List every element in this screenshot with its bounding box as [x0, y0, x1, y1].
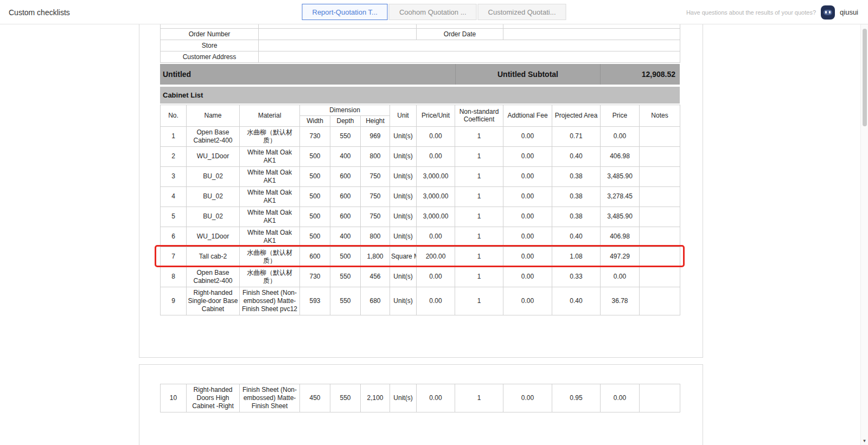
cabinet-cell: Unit(s) [390, 207, 417, 227]
cabinet-cell: 0.00 [503, 166, 552, 186]
cabinet-cell [640, 166, 680, 186]
cabinet-cell: 0.00 [503, 186, 552, 207]
cabinet-table-header: No. Name Material Dimension Unit Price/U… [161, 105, 680, 126]
quotation-page-1: Order Number Order Date Store Customer A… [139, 24, 703, 358]
cabinet-cell: BU_02 [187, 207, 240, 227]
section-subtotal-label: Untitled Subtotal [455, 64, 600, 85]
cabinet-cell: 500 [300, 207, 330, 227]
vertical-scrollbar[interactable]: ▼ [860, 24, 868, 445]
cabinet-cell: 0.00 [601, 267, 640, 287]
cabinet-cell: 0.00 [503, 207, 552, 227]
cabinet-cell: Unit(s) [390, 227, 417, 247]
cabinet-cell: 400 [330, 146, 361, 166]
cabinet-cell: 750 [361, 207, 390, 227]
cabinet-cell: Unit(s) [390, 166, 417, 186]
cabinet-cell [640, 384, 680, 412]
scrollbar-thumb[interactable] [863, 29, 867, 126]
cabinet-cell [640, 126, 680, 146]
cabinet-cell: 0.33 [552, 267, 601, 287]
cabinet-cell: 1 [455, 207, 503, 227]
cabinet-cell [640, 186, 680, 207]
cabinet-table-body: 1Open Base Cabinet2-400水曲柳（默认材质）73055096… [161, 126, 680, 315]
cabinet-cell: BU_02 [187, 186, 240, 207]
cabinet-cell: 450 [300, 384, 330, 412]
cabinet-cell [640, 267, 680, 287]
cabinet-row: 10Right-handed Doors High Cabinet -Right… [161, 384, 680, 412]
cabinet-cell: 456 [361, 267, 390, 287]
cabinet-cell: 0.00 [417, 227, 455, 247]
cabinet-cell: Unit(s) [390, 146, 417, 166]
cabinet-cell [640, 287, 680, 315]
cabinet-cell: 969 [361, 126, 390, 146]
robot-eye [829, 11, 831, 14]
cabinet-table-continued: 10Right-handed Doors High Cabinet -Right… [160, 384, 680, 412]
clipped-cell [161, 24, 259, 28]
cabinet-cell: Unit(s) [390, 384, 417, 412]
cabinet-cell: Unit(s) [390, 126, 417, 146]
cabinet-cell: 7 [161, 247, 187, 267]
customer-address-label: Customer Address [161, 51, 259, 62]
cabinet-cell: 0.38 [552, 207, 601, 227]
cabinet-cell: Unit(s) [390, 287, 417, 315]
cabinet-cell: 6 [161, 227, 187, 247]
header-additional-fee: Addtional Fee [503, 105, 552, 126]
cabinet-cell: 500 [330, 247, 361, 267]
tab-customized-quotation[interactable]: Customized Quotati... [478, 4, 566, 20]
cabinet-cell: 550 [330, 287, 361, 315]
page-title: Custom checklists [9, 0, 70, 24]
cabinet-row: 3BU_02White Malt Oak AK1500600750Unit(s)… [161, 166, 680, 186]
cabinet-cell: 0.38 [552, 166, 601, 186]
cabinet-table: No. Name Material Dimension Unit Price/U… [160, 105, 680, 315]
cabinet-cell [640, 207, 680, 227]
cabinet-cell: 406.98 [601, 227, 640, 247]
cabinet-row: 8Open Base Cabinet2-400水曲柳（默认材质）73055045… [161, 267, 680, 287]
header-material: Material [240, 105, 300, 126]
cabinet-cell: 800 [361, 146, 390, 166]
cabinet-cell: 200.00 [417, 247, 455, 267]
cabinet-cell: 730 [300, 267, 330, 287]
cabinet-cell: 750 [361, 166, 390, 186]
quotation-page-2: 10Right-handed Doors High Cabinet -Right… [139, 364, 703, 445]
header-unit: Unit [390, 105, 417, 126]
store-row: Store [161, 40, 680, 51]
cabinet-row: 6WU_1DoorWhite Malt Oak AK1500400800Unit… [161, 227, 680, 247]
username: qiusui [840, 8, 858, 16]
cabinet-cell: 593 [300, 287, 330, 315]
cabinet-cell: 1 [455, 287, 503, 315]
tab-report-quotation[interactable]: Report-Quotation T... [302, 4, 387, 20]
untitled-section-bar: Untitled Untitled Subtotal 12,908.52 [160, 64, 680, 85]
cabinet-cell: 3,278.45 [601, 186, 640, 207]
top-bar: Custom checklists Report-Quotation T... … [0, 0, 868, 24]
cabinet-cell: 0.00 [503, 384, 552, 412]
cabinet-cell: 0.00 [503, 146, 552, 166]
cabinet-cell: 1 [455, 267, 503, 287]
order-number-row: Order Number Order Date [161, 28, 680, 40]
header-coefficient: Non-standard Coefficient [455, 105, 503, 126]
cabinet-cell: White Malt Oak AK1 [240, 166, 300, 186]
cabinet-cell: 680 [361, 287, 390, 315]
assistant-robot-icon[interactable] [821, 5, 835, 20]
cabinet-row: 4BU_02White Malt Oak AK1500600750Unit(s)… [161, 186, 680, 207]
cabinet-cell: 1 [455, 247, 503, 267]
cabinet-cell: WU_1Door [187, 227, 240, 247]
cabinet-cell: 500 [300, 146, 330, 166]
cabinet-cell: 600 [330, 186, 361, 207]
cabinet-cell: 0.00 [503, 267, 552, 287]
scrollbar-down-arrow-icon[interactable]: ▼ [861, 438, 868, 443]
document-viewport: Order Number Order Date Store Customer A… [0, 24, 868, 445]
cabinet-cell: 1 [161, 126, 187, 146]
cabinet-cell: 1 [455, 146, 503, 166]
cabinet-cell: 5 [161, 207, 187, 227]
cabinet-cell: 36.78 [601, 287, 640, 315]
order-date-value [503, 28, 680, 40]
cabinet-cell: 0.40 [552, 287, 601, 315]
section-subtotal-value: 12,908.52 [600, 64, 680, 85]
cabinet-cell: 0.00 [417, 267, 455, 287]
cabinet-cell: 550 [330, 126, 361, 146]
tab-coohom-quotation[interactable]: Coohom Quotation ... [389, 4, 477, 20]
cabinet-cell: White Malt Oak AK1 [240, 227, 300, 247]
cabinet-cell: BU_02 [187, 166, 240, 186]
cabinet-cell: 0.71 [552, 126, 601, 146]
cabinet-table-body-continued: 10Right-handed Doors High Cabinet -Right… [161, 384, 680, 412]
cabinet-cell: 800 [361, 227, 390, 247]
